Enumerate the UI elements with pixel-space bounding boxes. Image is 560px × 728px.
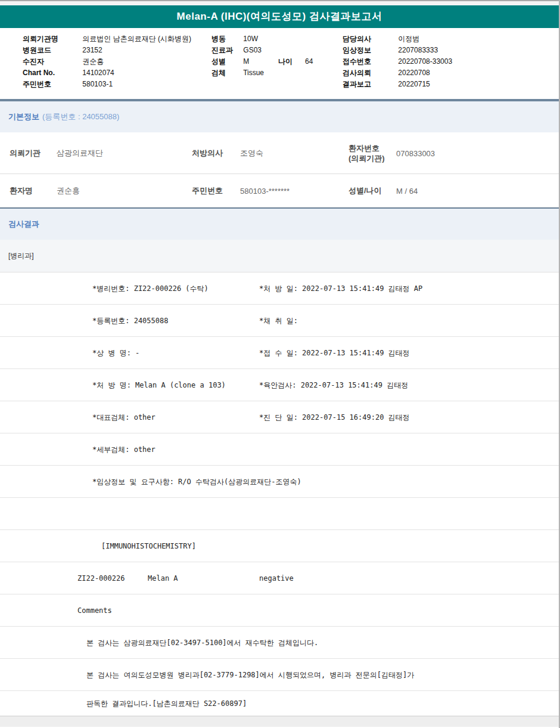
header-field: 수진자 권순흥	[23, 56, 191, 67]
field-value: 580103-*******	[240, 186, 290, 195]
report-title-bar: Melan-A (IHC)(여의도성모) 검사결과보고서	[0, 5, 559, 28]
field-value: M	[243, 57, 249, 66]
detail-right: *육안검사: 2022-07-13 15:41:49 김태정	[259, 380, 408, 390]
header-field: 병동 10W	[211, 33, 264, 45]
detail-row-order-name: *처 방 명: Melan A (clone a 103) *육안검사: 202…	[0, 369, 559, 401]
comment-text: 판독한 결과입니다.[남촌의료재단 S22-60897]	[86, 698, 247, 708]
header-field: 의뢰기관명 의료법인 남촌의료재단 (시화병원)	[23, 33, 191, 45]
detail-row-clinical-info: *임상정보 및 요구사항: R/O 수탁검사(삼광의료재단-조영숙)	[0, 466, 559, 498]
field-value: 권순흥	[82, 57, 104, 66]
header-column-left: 의뢰기관명 의료법인 남촌의료재단 (시화병원) 병원코드 23152 수진자 …	[23, 33, 191, 90]
basic-info-section-header: 기본정보 (등록번호 : 24055088)	[0, 100, 559, 132]
field-value: 10W	[243, 35, 258, 43]
field-label: 성별/나이	[349, 185, 382, 196]
field-label: 병동	[211, 33, 241, 45]
field-value: 20220708	[398, 69, 430, 77]
comment-row-3: 판독한 결과입니다.[남촌의료재단 S22-60897]	[0, 691, 559, 716]
results-section-header: 검사결과	[0, 207, 559, 240]
department-label: [병리과]	[8, 251, 34, 261]
field-label: 검체	[211, 67, 241, 79]
detail-row-diagnosis-name: *상 병 명: - *접 수 일: 2022-07-13 15:41:49 김태…	[0, 337, 559, 369]
detail-left: *세부검체: other	[92, 444, 155, 454]
detail-right: *채 취 일:	[259, 315, 298, 326]
result-code: ZI22-000226	[77, 574, 125, 583]
field-label: 주민번호	[23, 79, 80, 90]
field-label: 의뢰기관명	[23, 33, 80, 45]
ihc-title: [IMMUNOHISTOCHEMISTRY]	[101, 542, 196, 550]
header-field: 결과보고 20220715	[343, 79, 452, 90]
detail-left: *등록번호: 24055088	[92, 315, 168, 326]
field-label: 검사의뢰	[343, 67, 396, 79]
comment-row-2: 본 검사는 여의도성모병원 병리과[02-3779-1298]에서 시행되었으며…	[0, 659, 559, 691]
field-label: 결과보고	[343, 79, 396, 90]
detail-row-empty	[0, 498, 559, 530]
section-subtitle: (등록번호 : 24055088)	[42, 111, 119, 122]
detail-left: *처 방 명: Melan A (clone a 103)	[92, 380, 226, 390]
field-value: Tissue	[243, 69, 264, 77]
ihc-header-row: [IMMUNOHISTOCHEMISTRY]	[0, 530, 559, 562]
field-label: 환자명	[10, 185, 33, 196]
header-field: 주민번호 580103-1	[23, 79, 191, 90]
field-label: 처방의사	[192, 148, 223, 159]
field-label: 임상정보	[343, 45, 396, 56]
field-value: 070833003	[396, 148, 435, 157]
field-value: 권순흥	[57, 185, 80, 196]
header-column-middle: 병동 10W 진료과 GS03 성별 M 검체 Tissue	[211, 33, 264, 79]
header-field: 담당의사 이정범	[343, 33, 452, 45]
field-label: Chart No.	[23, 67, 80, 79]
report-page: Melan-A (IHC)(여의도성모) 검사결과보고서 의뢰기관명 의료법인 …	[0, 0, 560, 728]
header-field: 검체 Tissue	[211, 67, 264, 79]
comments-header-row: Comments	[0, 594, 559, 627]
detail-left: *대표검체: other	[92, 412, 155, 422]
header-field: 접수번호 20220708-33003	[343, 56, 452, 67]
detail-left: *상 병 명: -	[92, 348, 139, 358]
top-gap	[0, 1, 559, 5]
field-value: 14102074	[82, 69, 114, 77]
header-field: 병원코드 23152	[23, 45, 191, 56]
age-value: 64	[305, 56, 313, 67]
detail-right: *접 수 일: 2022-07-13 15:41:49 김태정	[259, 348, 410, 358]
detail-right: *처 방 일: 2022-07-13 15:41:49 김태정 AP	[259, 283, 422, 293]
result-value: negative	[259, 574, 294, 583]
field-value: 23152	[82, 46, 102, 54]
detail-row-sub-specimen: *세부검체: other	[0, 433, 559, 466]
field-label: 병원코드	[23, 45, 80, 56]
detail-row-registration-no: *등록번호: 24055088 *채 취 일:	[0, 305, 559, 337]
field-label: 담당의사	[343, 33, 396, 45]
comments-label: Comments	[77, 606, 112, 615]
header-field: 성별 M	[211, 56, 264, 67]
detail-row-main-specimen: *대표검체: other *진 단 일: 2022-07-15 16:49:20…	[0, 401, 559, 433]
field-label: 수진자	[23, 56, 80, 67]
header-field: 임상정보 2207083333	[343, 45, 452, 56]
field-label: 의뢰기관	[10, 148, 41, 159]
field-value: 삼광의료재단	[57, 148, 103, 159]
header-field: 검사의뢰 20220708	[343, 67, 452, 79]
field-label: 진료과	[211, 45, 241, 56]
basic-info-row-1: 의뢰기관 삼광의료재단 처방의사 조영숙 환자번호 (의뢰기관) 0708330…	[0, 132, 559, 174]
report-title: Melan-A (IHC)(여의도성모) 검사결과보고서	[177, 11, 382, 22]
field-label-line1: 환자번호	[349, 144, 379, 153]
field-value: 의료법인 남촌의료재단 (시화병원)	[82, 35, 191, 43]
header-field: 진료과 GS03	[211, 45, 264, 56]
field-label-line2: (의뢰기관)	[349, 154, 385, 163]
field-value: 조영숙	[240, 148, 263, 159]
detail-right: *진 단 일: 2022-07-15 16:49:20 김태정	[259, 412, 410, 422]
field-value: 20220715	[398, 80, 430, 88]
detail-left: *임상정보 및 요구사항: R/O 수탁검사(삼광의료재단-조영숙)	[92, 476, 301, 487]
field-label: 접수번호	[343, 56, 396, 67]
comment-row-1: 본 검사는 삼광의료재단[02-3497-5100]에서 재수탁한 검체입니다.	[0, 627, 559, 659]
field-label: 주민번호	[192, 185, 223, 196]
basic-info-row-2: 환자명 권순흥 주민번호 580103-******* 성별/나이 M / 64	[0, 174, 559, 207]
footer-strip	[0, 716, 559, 727]
field-value: 2207083333	[398, 46, 438, 54]
age-label: 나이	[278, 56, 293, 67]
comment-text: 본 검사는 여의도성모병원 병리과[02-3779-1298]에서 시행되었으며…	[86, 670, 414, 680]
patient-header-info: 의뢰기관명 의료법인 남촌의료재단 (시화병원) 병원코드 23152 수진자 …	[0, 28, 559, 100]
ihc-result-row: ZI22-000226 Melan A negative	[0, 562, 559, 594]
result-test: Melan A	[148, 574, 178, 583]
header-column-right: 담당의사 이정범 임상정보 2207083333 접수번호 20220708-3…	[343, 33, 452, 90]
detail-left: *병리번호: ZI22-000226 (수탁)	[92, 283, 209, 293]
header-field: Chart No. 14102074	[23, 67, 191, 79]
field-value: 20220708-33003	[398, 57, 452, 66]
field-label: 성별	[211, 56, 241, 67]
